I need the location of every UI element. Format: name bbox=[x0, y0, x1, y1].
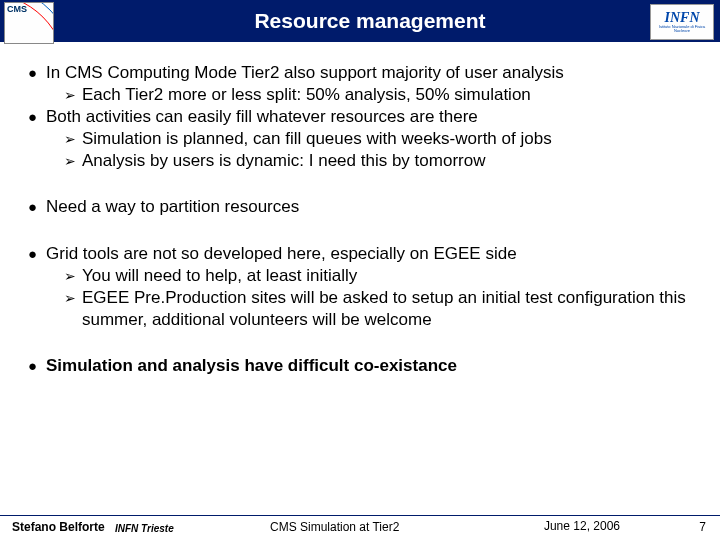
bullet-group: ● Need a way to partition resources bbox=[28, 196, 698, 218]
arrow-bullet-icon: ➢ bbox=[64, 84, 82, 106]
bullet-text: In CMS Computing Mode Tier2 also support… bbox=[46, 62, 698, 84]
arrow-bullet-icon: ➢ bbox=[64, 265, 82, 287]
cms-logo: CMS bbox=[4, 2, 54, 44]
infn-logo-sub: Istituto Nazionale di Fisica Nucleare bbox=[651, 25, 713, 33]
footer-date: June 12, 2006 bbox=[544, 519, 620, 533]
bullet-group: ● Grid tools are not so developed here, … bbox=[28, 243, 698, 331]
bullet-item: ● In CMS Computing Mode Tier2 also suppo… bbox=[28, 62, 698, 84]
disc-bullet-icon: ● bbox=[28, 62, 46, 84]
bullet-text: Simulation is planned, can fill queues w… bbox=[82, 128, 698, 150]
disc-bullet-icon: ● bbox=[28, 196, 46, 218]
bullet-item: ● Simulation and analysis have difficult… bbox=[28, 355, 698, 377]
disc-bullet-icon: ● bbox=[28, 243, 46, 265]
footer-title: CMS Simulation at Tier2 bbox=[270, 520, 399, 534]
bullet-text: Both activities can easily fill whatever… bbox=[46, 106, 698, 128]
bullet-text: You will need to help, at least initiall… bbox=[82, 265, 698, 287]
bullet-text: Analysis by users is dynamic: I need thi… bbox=[82, 150, 698, 172]
infn-logo-text: INFN bbox=[664, 11, 699, 25]
sub-bullet-item: ➢ Simulation is planned, can fill queues… bbox=[64, 128, 698, 150]
header-bar: CMS Resource management INFN Istituto Na… bbox=[0, 0, 720, 42]
arrow-bullet-icon: ➢ bbox=[64, 128, 82, 150]
bullet-text: EGEE Pre.Production sites will be asked … bbox=[82, 287, 698, 331]
bullet-item: ● Both activities can easily fill whatev… bbox=[28, 106, 698, 128]
bullet-text: Need a way to partition resources bbox=[46, 196, 698, 218]
bullet-group: ● Simulation and analysis have difficult… bbox=[28, 355, 698, 377]
sub-bullet-item: ➢ Each Tier2 more or less split: 50% ana… bbox=[64, 84, 698, 106]
bullet-item: ● Need a way to partition resources bbox=[28, 196, 698, 218]
footer-divider bbox=[0, 515, 720, 517]
arrow-bullet-icon: ➢ bbox=[64, 150, 82, 172]
bullet-text: Simulation and analysis have difficult c… bbox=[46, 355, 698, 377]
disc-bullet-icon: ● bbox=[28, 355, 46, 377]
sub-bullet-item: ➢ Analysis by users is dynamic: I need t… bbox=[64, 150, 698, 172]
footer: Stefano Belforte INFN Trieste CMS Simula… bbox=[0, 512, 720, 540]
bullet-text: Grid tools are not so developed here, es… bbox=[46, 243, 698, 265]
slide-content: ● In CMS Computing Mode Tier2 also suppo… bbox=[28, 62, 698, 401]
footer-page-number: 7 bbox=[699, 520, 706, 534]
bullet-item: ● Grid tools are not so developed here, … bbox=[28, 243, 698, 265]
bullet-group: ● In CMS Computing Mode Tier2 also suppo… bbox=[28, 62, 698, 172]
slide-title: Resource management bbox=[254, 9, 485, 33]
footer-author: Stefano Belforte bbox=[12, 520, 105, 534]
disc-bullet-icon: ● bbox=[28, 106, 46, 128]
sub-bullet-item: ➢ EGEE Pre.Production sites will be aske… bbox=[64, 287, 698, 331]
footer-institute: INFN Trieste bbox=[115, 523, 174, 534]
sub-bullet-item: ➢ You will need to help, at least initia… bbox=[64, 265, 698, 287]
bullet-text: Each Tier2 more or less split: 50% analy… bbox=[82, 84, 698, 106]
arrow-bullet-icon: ➢ bbox=[64, 287, 82, 331]
infn-logo: INFN Istituto Nazionale di Fisica Nuclea… bbox=[650, 4, 714, 40]
